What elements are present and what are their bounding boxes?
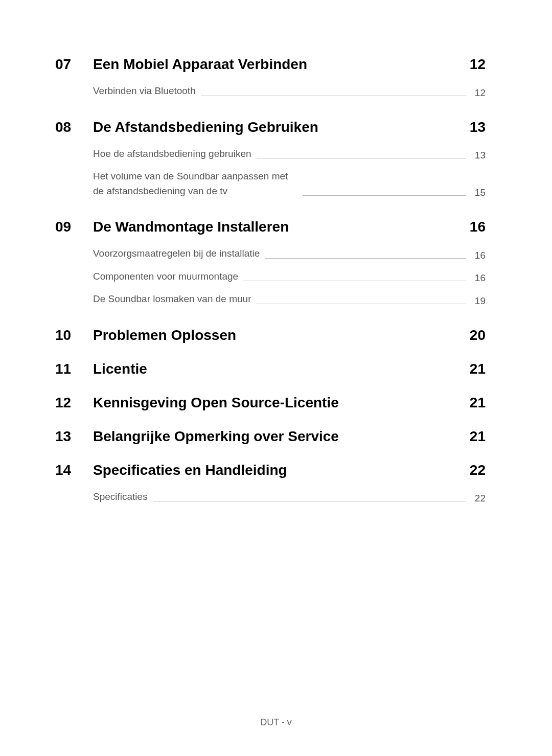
section-title-row: Specificaties en Handleiding22 — [93, 462, 486, 478]
section-title: Belangrijke Opmerking over Service — [93, 428, 339, 445]
section-content: De Wandmontage Installeren16Voorzorgsmaa… — [93, 219, 486, 315]
leader-line — [243, 281, 466, 281]
page-footer: DUT - v — [0, 717, 552, 728]
sub-item: Voorzorgsmaatregelen bij de installatie1… — [93, 246, 486, 261]
section-content: Specificaties en Handleiding22Specificat… — [93, 462, 486, 513]
leader-line — [303, 195, 466, 196]
section-number: 09 — [55, 219, 93, 235]
section-page: 20 — [470, 327, 486, 343]
sub-item-label: Specificaties — [93, 490, 148, 505]
sub-item-page: 19 — [471, 295, 486, 307]
sub-item-page: 15 — [471, 187, 486, 198]
sub-item-label: Het volume van de Soundbar aanpassen met… — [93, 169, 297, 198]
toc-section: 09De Wandmontage Installeren16Voorzorgsm… — [55, 219, 486, 315]
section-content: Een Mobiel Apparaat Verbinden12Verbinden… — [93, 56, 486, 107]
section-title-row: Kennisgeving Open Source-Licentie21 — [93, 395, 486, 411]
leader-line — [257, 158, 466, 158]
toc-section: 07Een Mobiel Apparaat Verbinden12Verbind… — [55, 56, 486, 107]
section-number: 10 — [55, 327, 93, 343]
section-content: Licentie21 — [93, 361, 486, 377]
section-title-row: De Wandmontage Installeren16 — [93, 219, 486, 235]
section-number: 07 — [55, 56, 93, 73]
leader-line — [265, 258, 466, 259]
section-number: 12 — [55, 395, 93, 411]
section-number: 11 — [55, 361, 93, 377]
section-title: De Afstandsbediening Gebruiken — [93, 119, 318, 135]
section-title: Kennisgeving Open Source-Licentie — [93, 395, 339, 411]
section-title: Problemen Oplossen — [93, 327, 236, 343]
sub-item-page: 16 — [471, 250, 486, 261]
toc-section: 10Problemen Oplossen20 — [55, 327, 486, 343]
section-content: Kennisgeving Open Source-Licentie21 — [93, 395, 486, 411]
table-of-contents: 07Een Mobiel Apparaat Verbinden12Verbind… — [55, 56, 486, 512]
sub-items: Verbinden via Bluetooth12 — [93, 84, 486, 99]
section-page: 22 — [470, 462, 486, 478]
sub-item: Specificaties22 — [93, 490, 486, 505]
toc-section: 08De Afstandsbediening Gebruiken13Hoe de… — [55, 119, 486, 207]
sub-items: Hoe de afstandsbediening gebruiken13Het … — [93, 147, 486, 199]
section-page: 13 — [470, 119, 486, 135]
leader-line — [153, 501, 466, 501]
sub-item-label: Hoe de afstandsbediening gebruiken — [93, 147, 251, 162]
sub-item-label: Voorzorgsmaatregelen bij de installatie — [93, 246, 260, 261]
section-title-row: Belangrijke Opmerking over Service21 — [93, 428, 486, 445]
toc-section: 14Specificaties en Handleiding22Specific… — [55, 462, 486, 513]
sub-item: De Soundbar losmaken van de muur19 — [93, 292, 486, 307]
sub-items: Voorzorgsmaatregelen bij de installatie1… — [93, 246, 486, 307]
sub-item: Hoe de afstandsbediening gebruiken13 — [93, 147, 486, 162]
sub-item-label: Verbinden via Bluetooth — [93, 84, 196, 99]
section-content: De Afstandsbediening Gebruiken13Hoe de a… — [93, 119, 486, 207]
section-content: Belangrijke Opmerking over Service21 — [93, 428, 486, 445]
section-page: 21 — [470, 395, 486, 411]
section-title-row: Problemen Oplossen20 — [93, 327, 486, 343]
section-page: 21 — [470, 361, 486, 377]
section-number: 14 — [55, 462, 93, 478]
section-title: De Wandmontage Installeren — [93, 219, 289, 235]
section-title: Specificaties en Handleiding — [93, 462, 287, 478]
section-content: Problemen Oplossen20 — [93, 327, 486, 343]
section-number: 13 — [55, 428, 93, 445]
section-page: 21 — [470, 428, 486, 445]
leader-line — [256, 304, 466, 304]
toc-section: 12Kennisgeving Open Source-Licentie21 — [55, 395, 486, 411]
section-page: 12 — [470, 56, 486, 73]
section-title-row: Licentie21 — [93, 361, 486, 377]
section-title-row: Een Mobiel Apparaat Verbinden12 — [93, 56, 486, 73]
sub-item: Het volume van de Soundbar aanpassen met… — [93, 169, 486, 198]
section-page: 16 — [470, 219, 486, 235]
sub-item-label: Componenten voor muurmontage — [93, 269, 238, 284]
sub-item-page: 22 — [471, 493, 486, 504]
toc-section: 11Licentie21 — [55, 361, 486, 377]
sub-item-label: De Soundbar losmaken van de muur — [93, 292, 251, 307]
sub-items: Specificaties22 — [93, 490, 486, 505]
sub-item-page: 16 — [471, 272, 486, 284]
section-title: Een Mobiel Apparaat Verbinden — [93, 56, 307, 73]
sub-item: Verbinden via Bluetooth12 — [93, 84, 486, 99]
leader-line — [201, 96, 466, 96]
section-number: 08 — [55, 119, 93, 135]
section-title-row: De Afstandsbediening Gebruiken13 — [93, 119, 486, 135]
sub-item-page: 12 — [471, 87, 486, 99]
sub-item-page: 13 — [471, 150, 486, 161]
sub-item: Componenten voor muurmontage16 — [93, 269, 486, 284]
toc-section: 13Belangrijke Opmerking over Service21 — [55, 428, 486, 445]
section-title: Licentie — [93, 361, 147, 377]
